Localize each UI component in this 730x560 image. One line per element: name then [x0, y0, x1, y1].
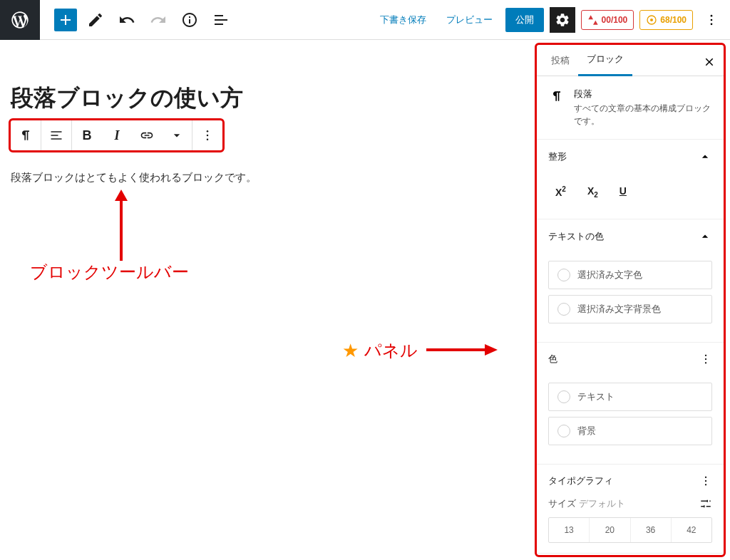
section-head-formatting[interactable]: 整形 — [537, 140, 724, 174]
annotation-arrow-right — [426, 341, 498, 361]
svg-point-3 — [711, 19, 713, 21]
main-area: 段落ブロックの使い方 B I — [0, 40, 730, 560]
size-label: サイズ デフォルト — [548, 497, 625, 510]
more-format-button[interactable] — [162, 120, 192, 150]
size-option[interactable]: 13 — [549, 518, 590, 542]
text-color-selector[interactable]: 選択済み文字色 — [548, 261, 712, 289]
star-icon: ★ — [342, 340, 359, 362]
tab-post[interactable]: 投稿 — [543, 46, 578, 76]
info-button[interactable] — [177, 7, 202, 33]
bold-button[interactable]: B — [72, 120, 102, 150]
block-name: 段落 — [574, 88, 712, 100]
editor-toolbar-left — [40, 7, 234, 33]
block-options-button[interactable] — [192, 120, 222, 150]
save-draft-button[interactable]: 下書き保存 — [373, 8, 433, 32]
size-option[interactable]: 20 — [590, 518, 630, 542]
annotation-panel-label: ★ パネル — [342, 339, 498, 362]
subscript-button[interactable]: X2 — [587, 185, 598, 199]
svg-point-2 — [711, 14, 713, 16]
block-type-icon — [548, 88, 565, 128]
superscript-button[interactable]: X2 — [555, 185, 566, 199]
block-toolbar: B I — [9, 118, 225, 152]
svg-point-6 — [207, 135, 209, 137]
sliders-icon[interactable] — [699, 497, 712, 510]
post-title[interactable]: 段落ブロックの使い方 — [11, 83, 506, 114]
svg-point-4 — [711, 23, 713, 25]
seo-icon-1 — [587, 14, 599, 26]
wordpress-logo[interactable] — [0, 0, 40, 40]
seo-score-badge-2[interactable]: 68/100 — [639, 10, 693, 30]
seo-icon-2 — [646, 14, 657, 26]
redo-button[interactable] — [145, 7, 171, 33]
section-head-text-color[interactable]: テキストの色 — [537, 219, 724, 254]
chevron-down-icon — [170, 128, 184, 142]
preview-button[interactable]: プレビュー — [439, 8, 500, 32]
top-toolbar: 下書き保存 プレビュー 公開 00/100 68/100 — [0, 0, 730, 40]
plus-icon — [57, 11, 74, 28]
settings-panel: 投稿 ブロック 段落 すべての文章の基本の構成ブロックです。 整形 — [535, 43, 726, 557]
underline-button[interactable]: U — [620, 185, 627, 199]
list-icon — [212, 11, 230, 28]
info-icon — [181, 11, 198, 28]
undo-button[interactable] — [114, 7, 140, 33]
redo-icon — [150, 11, 167, 28]
chevron-up-icon — [698, 150, 712, 164]
pencil-icon — [87, 11, 104, 28]
section-typography: タイポグラフィ サイズ デフォルト 13 20 36 42 — [537, 465, 724, 554]
dots-vertical-icon — [200, 128, 215, 142]
size-option[interactable]: 42 — [672, 518, 711, 542]
edit-mode-button[interactable] — [83, 7, 108, 33]
block-type-button[interactable] — [11, 120, 41, 150]
svg-point-17 — [705, 484, 706, 485]
svg-point-15 — [705, 476, 706, 477]
svg-point-12 — [705, 354, 706, 356]
dots-vertical-icon[interactable] — [699, 475, 712, 487]
section-formatting: 整形 X2 X2 U — [537, 140, 724, 219]
outline-button[interactable] — [208, 7, 234, 33]
chevron-up-icon — [698, 229, 712, 244]
gear-icon — [555, 12, 570, 28]
dots-vertical-icon[interactable] — [699, 353, 712, 365]
editor-canvas: 段落ブロックの使い方 B I — [0, 40, 535, 560]
section-head-color[interactable]: 色 — [537, 343, 724, 375]
link-icon — [140, 128, 154, 142]
section-color: 色 テキスト 背景 — [537, 343, 724, 465]
text-bg-color-selector[interactable]: 選択済み文字背景色 — [548, 295, 712, 323]
panel-close-button[interactable] — [699, 52, 719, 72]
seo-score-badge-1[interactable]: 00/100 — [581, 10, 634, 30]
link-button[interactable] — [132, 120, 162, 150]
svg-point-5 — [207, 130, 209, 133]
svg-point-14 — [705, 362, 706, 363]
svg-point-13 — [705, 358, 706, 360]
seo-score-1-value: 00/100 — [602, 15, 628, 25]
panel-tabs: 投稿 ブロック — [537, 45, 724, 76]
color-bg-selector[interactable]: 背景 — [548, 417, 712, 445]
pilcrow-icon — [19, 128, 33, 142]
publish-button[interactable]: 公開 — [505, 8, 544, 32]
svg-marker-9 — [115, 190, 128, 201]
more-options-button[interactable] — [699, 7, 724, 33]
undo-icon — [118, 11, 135, 28]
paragraph-block[interactable]: 段落ブロックはとてもよく使われるブロックです。 — [11, 171, 506, 185]
block-desc-text: すべての文章の基本の構成ブロックです。 — [574, 102, 712, 128]
section-head-typography[interactable]: タイポグラフィ — [537, 465, 724, 497]
align-left-icon — [49, 128, 63, 142]
svg-point-7 — [207, 139, 209, 141]
color-swatch — [557, 269, 570, 281]
color-text-selector[interactable]: テキスト — [548, 383, 712, 411]
italic-button[interactable]: I — [102, 120, 132, 150]
italic-icon: I — [114, 128, 119, 143]
settings-button[interactable] — [550, 7, 575, 33]
svg-point-16 — [705, 480, 706, 482]
tab-block[interactable]: ブロック — [578, 44, 632, 76]
align-button[interactable] — [41, 120, 71, 150]
pilcrow-icon — [550, 89, 564, 103]
color-swatch — [557, 390, 570, 403]
seo-score-2-value: 68/100 — [660, 15, 687, 25]
color-swatch — [557, 303, 570, 316]
size-option[interactable]: 36 — [631, 518, 672, 542]
svg-marker-11 — [485, 344, 498, 356]
add-block-button[interactable] — [54, 9, 77, 31]
dots-vertical-icon — [704, 13, 719, 27]
wordpress-icon — [10, 10, 30, 30]
